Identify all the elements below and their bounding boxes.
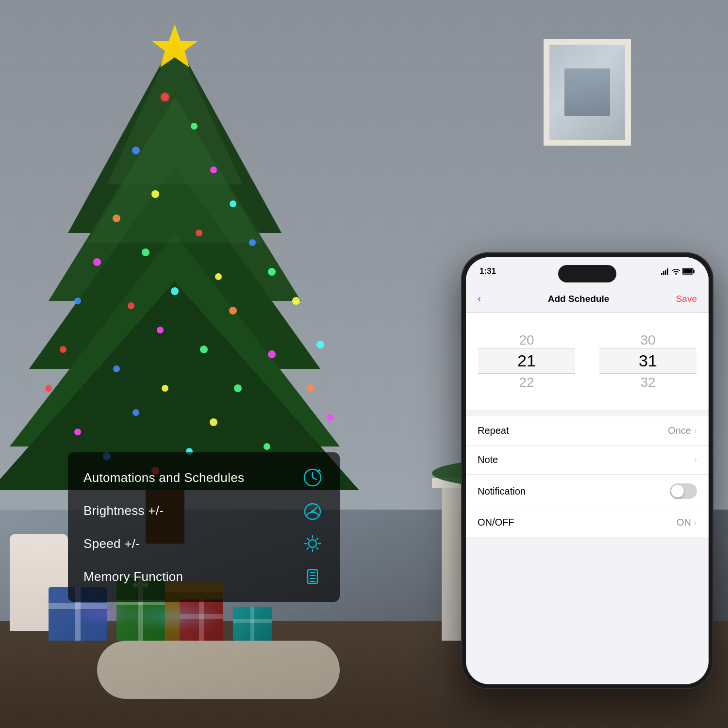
sun-icon [301, 532, 324, 555]
svg-point-28 [200, 346, 208, 353]
svg-point-34 [234, 384, 242, 392]
wifi-icon [672, 268, 680, 275]
svg-point-30 [268, 350, 276, 358]
phone-mockup: 1:31 [461, 252, 713, 689]
toggle-knob [671, 485, 684, 497]
svg-point-51 [309, 540, 316, 547]
repeat-value-area: Once › [668, 425, 697, 436]
repeat-row[interactable]: Repeat Once › [466, 416, 709, 446]
svg-line-57 [317, 548, 318, 549]
svg-rect-67 [665, 270, 666, 275]
svg-point-29 [113, 365, 120, 372]
svg-point-69 [675, 273, 677, 275]
svg-point-20 [171, 287, 179, 295]
svg-point-41 [264, 443, 270, 450]
hour-picker-column[interactable]: 20 21 22 [466, 313, 587, 410]
feature-automations: Automations and Schedules [83, 466, 324, 489]
feature-brightness: Brightness +/- [83, 499, 324, 522]
status-time: 1:31 [480, 266, 496, 276]
hour-value-top: 20 [466, 331, 587, 349]
svg-rect-71 [693, 270, 695, 273]
svg-point-21 [128, 302, 134, 309]
note-row[interactable]: Note › [466, 446, 709, 475]
svg-point-18 [93, 258, 101, 266]
feature-brightness-label: Brightness +/- [83, 503, 164, 518]
svg-point-36 [307, 384, 314, 392]
svg-point-33 [45, 385, 52, 392]
notification-toggle[interactable] [670, 483, 697, 499]
feature-speed-label: Speed +/- [83, 536, 140, 551]
svg-point-37 [74, 429, 81, 435]
svg-point-22 [268, 268, 276, 276]
phone-screen: 1:31 [466, 257, 709, 684]
svg-point-31 [162, 385, 168, 392]
svg-point-8 [161, 93, 169, 101]
note-label: Note [478, 454, 498, 465]
svg-point-50 [311, 510, 314, 513]
back-button[interactable]: ‹ [478, 293, 481, 305]
settings-section: Repeat Once › Note › Notification [466, 413, 709, 537]
rug [97, 641, 340, 699]
svg-point-26 [292, 297, 300, 305]
nav-title: Add Schedule [548, 294, 610, 304]
svg-point-10 [132, 147, 140, 154]
nav-bar: ‹ Add Schedule Save [466, 285, 709, 313]
svg-point-16 [142, 248, 149, 256]
save-button[interactable]: Save [676, 294, 697, 304]
svg-rect-72 [683, 269, 693, 274]
svg-point-24 [229, 307, 237, 314]
feature-memory-label: Memory Function [83, 569, 183, 584]
note-value-area: › [694, 455, 697, 465]
svg-line-59 [307, 548, 309, 549]
onoff-label: ON/OFF [478, 517, 514, 528]
memory-icon [301, 565, 324, 588]
features-overlay: Automations and Schedules Brightness +/-… [68, 452, 340, 602]
svg-line-47 [313, 478, 316, 480]
repeat-value: Once [668, 425, 691, 436]
onoff-chevron: › [694, 517, 697, 528]
status-icons-area [661, 268, 695, 275]
feature-memory: Memory Function [83, 565, 324, 588]
speedometer-icon [301, 499, 324, 522]
picture-frame [544, 39, 631, 146]
svg-point-25 [157, 327, 164, 333]
minute-value-top: 30 [587, 331, 709, 349]
svg-point-32 [316, 341, 324, 348]
svg-point-23 [74, 298, 81, 304]
notification-label: Notification [478, 486, 526, 497]
battery-icon [682, 268, 695, 275]
svg-rect-66 [663, 271, 664, 275]
svg-point-38 [210, 418, 217, 426]
svg-point-19 [215, 273, 222, 280]
hour-value-mid: 21 [466, 349, 587, 373]
clock-icon [301, 466, 324, 489]
onoff-value: ON [677, 517, 691, 528]
svg-point-11 [210, 166, 217, 173]
onoff-value-area: ON › [677, 517, 697, 528]
svg-point-27 [60, 346, 66, 353]
repeat-chevron: › [694, 426, 697, 436]
hour-value-bot: 22 [466, 373, 587, 392]
svg-point-17 [249, 239, 256, 246]
svg-point-14 [113, 215, 120, 222]
dynamic-island [558, 265, 616, 282]
phone-body: 1:31 [461, 252, 713, 689]
svg-point-43 [327, 414, 333, 421]
svg-point-9 [191, 123, 198, 130]
time-picker[interactable]: 20 21 22 30 31 32 [466, 313, 709, 410]
svg-point-12 [151, 190, 159, 198]
feature-speed: Speed +/- [83, 532, 324, 555]
onoff-row[interactable]: ON/OFF ON › [466, 508, 709, 537]
svg-point-15 [196, 230, 202, 236]
minute-picker-column[interactable]: 30 31 32 [587, 313, 709, 410]
feature-automations-label: Automations and Schedules [83, 470, 244, 485]
svg-point-13 [230, 200, 236, 207]
minute-value-bot: 32 [587, 373, 709, 392]
svg-rect-68 [667, 268, 668, 275]
note-chevron: › [694, 455, 697, 465]
svg-rect-65 [661, 273, 662, 275]
svg-line-58 [317, 538, 318, 540]
svg-line-56 [307, 538, 309, 540]
repeat-label: Repeat [478, 425, 509, 436]
notification-row[interactable]: Notification [466, 475, 709, 508]
